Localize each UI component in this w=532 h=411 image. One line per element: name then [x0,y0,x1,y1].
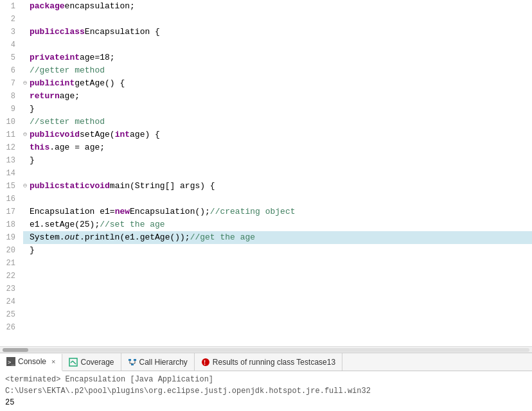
coverage-icon [69,358,78,367]
callhier-icon [128,358,137,367]
console-icon: >_ [6,357,15,366]
tab-coverage[interactable]: Coverage [62,353,121,371]
tab-callhierarchy[interactable]: Call Hierarchy [121,353,195,371]
svg-line-4 [73,361,76,364]
code-line-3: public class Encapsulation { [23,26,532,39]
code-line-20: } [23,244,532,257]
code-line-5: private int age=18; [23,51,532,64]
svg-text:!: ! [204,359,206,366]
code-line-16 [23,193,532,206]
code-token: package [30,0,65,13]
code-token: setAge( [80,128,115,141]
line-number-12: 12 [3,141,15,154]
line-number-6: 6 [3,64,15,77]
horizontal-scrollbar[interactable] [0,346,532,353]
line-number-20: 20 [3,244,15,257]
code-line-25 [23,308,532,321]
scrollbar-thumb[interactable] [3,348,28,352]
tab-label-coverage: Coverage [80,358,114,367]
line-number-24: 24 [3,295,15,308]
line-number-11: 11 [3,128,15,141]
line-number-9: 9 [3,103,15,116]
code-token: //getter method [30,64,105,77]
scrollbar-track[interactable] [3,348,529,352]
code-token: public [30,26,60,39]
tab-close-console[interactable]: × [51,358,55,365]
code-token: public [30,77,60,90]
fold-arrow-11[interactable]: ⊖ [23,128,30,141]
line-number-14: 14 [3,167,15,180]
console-output: <terminated> Encapsulation [Java Applica… [0,371,532,411]
code-line-22 [23,270,532,283]
code-line-13: } [23,154,532,167]
tab-label-console: Console [18,357,46,366]
code-line-17: Encapsulation e1=new Encapsulation();//c… [23,206,532,218]
code-token: encapsulation; [65,0,135,13]
line-number-3: 3 [3,26,15,39]
code-line-26 [23,321,532,334]
line-number-7: 7 [3,77,15,90]
code-token: getAge() { [75,77,125,90]
code-line-9: } [23,103,532,116]
code-token: Encapsulation(); [130,206,210,218]
code-line-4 [23,39,532,51]
tab-console[interactable]: >_Console× [0,354,62,371]
editor-area: 1234567891011121314151617181920212223242… [0,0,532,353]
code-line-10: //setter method [23,116,532,128]
code-token: //set the age [100,218,164,231]
code-token: Encapsulation e1= [30,206,115,218]
line-number-8: 8 [3,90,15,103]
line-number-17: 17 [3,206,15,218]
line-number-4: 4 [3,39,15,51]
code-token: public [30,128,60,141]
svg-rect-6 [134,359,136,361]
tabs-row: >_Console×CoverageCall Hierarchy!Results… [0,353,532,371]
line-number-10: 10 [3,116,15,128]
code-line-12: this.age = age; [23,141,532,154]
code-token: } [30,103,35,116]
code-token: age=18; [80,51,115,64]
code-token: class [60,26,85,39]
code-token: new [115,206,130,218]
code-token: .println(e1.getAge()); [80,231,190,244]
tab-results[interactable]: !Results of running class Testcase13 [195,353,342,371]
code-token: out [65,231,80,244]
code-token: return [30,90,60,103]
code-line-1: package encapsulation; [23,0,532,13]
code-token: this [30,141,49,154]
svg-rect-5 [129,359,131,361]
code-token: .age = age; [49,141,105,154]
code-token: e1.setAge(25); [30,218,100,231]
code-token: } [30,154,35,167]
line-number-16: 16 [3,193,15,206]
code-line-15: ⊖ public static void main(String[] args)… [23,180,532,193]
code-token: int [60,77,75,90]
line-number-5: 5 [3,51,15,64]
fold-arrow-15[interactable]: ⊖ [23,180,30,193]
line-number-25: 25 [3,308,15,321]
code-token: static [60,180,90,193]
code-token: void [60,128,80,141]
code-line-23 [23,283,532,295]
code-token: age) { [130,128,160,141]
code-token: //setter method [30,116,105,128]
code-token: void [90,180,110,193]
code-token: //get the age [190,231,255,244]
code-token: System. [30,231,65,244]
code-content[interactable]: package encapsulation;public class Encap… [21,0,532,346]
code-line-6: //getter method [23,64,532,77]
fold-arrow-7[interactable]: ⊖ [23,77,30,90]
code-token: private [30,51,65,64]
code-line-2 [23,13,532,26]
code-line-14 [23,167,532,180]
line-number-1: 1 [3,0,15,13]
line-number-18: 18 [3,218,15,231]
tab-label-callhierarchy: Call Hierarchy [139,358,188,367]
code-token: } [30,244,35,257]
line-numbers: 1234567891011121314151617181920212223242… [0,0,21,346]
code-token: age; [60,90,80,103]
code-token: //creating object [210,206,296,218]
code-container: 1234567891011121314151617181920212223242… [0,0,532,346]
line-number-21: 21 [3,257,15,270]
code-token: int [65,51,80,64]
